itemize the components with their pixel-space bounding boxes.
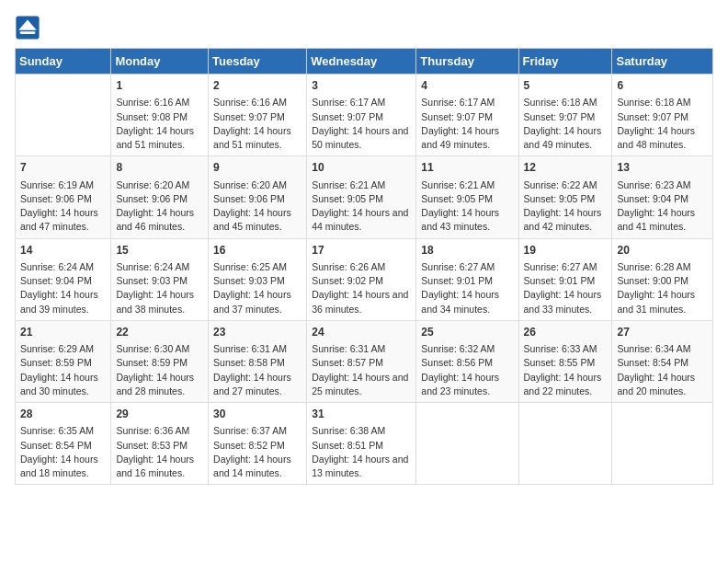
cell-sunset: Sunset: 8:54 PM bbox=[20, 439, 106, 453]
day-number: 4 bbox=[421, 78, 513, 94]
cell-sunrise: Sunrise: 6:31 AM bbox=[312, 342, 411, 356]
logo-icon bbox=[15, 15, 40, 40]
day-number: 3 bbox=[312, 78, 411, 94]
cell-daylight: Daylight: 14 hours and 47 minutes. bbox=[20, 206, 106, 234]
cell-sunrise: Sunrise: 6:33 AM bbox=[524, 342, 608, 356]
cell-daylight: Daylight: 14 hours and 14 minutes. bbox=[213, 453, 301, 480]
calendar-cell: 7Sunrise: 6:19 AMSunset: 9:06 PMDaylight… bbox=[16, 156, 111, 238]
calendar-week-row: 28Sunrise: 6:35 AMSunset: 8:54 PMDayligh… bbox=[16, 403, 713, 485]
cell-daylight: Daylight: 14 hours and 39 minutes. bbox=[20, 288, 106, 316]
cell-daylight: Daylight: 14 hours and 50 minutes. bbox=[312, 124, 411, 152]
cell-sunset: Sunset: 9:06 PM bbox=[116, 192, 203, 206]
cell-daylight: Daylight: 14 hours and 51 minutes. bbox=[116, 124, 203, 152]
cell-sunrise: Sunrise: 6:31 AM bbox=[213, 342, 301, 356]
cell-sunrise: Sunrise: 6:20 AM bbox=[116, 178, 203, 192]
cell-sunrise: Sunrise: 6:23 AM bbox=[617, 178, 708, 192]
cell-daylight: Daylight: 14 hours and 34 minutes. bbox=[421, 288, 513, 316]
cell-sunrise: Sunrise: 6:28 AM bbox=[617, 260, 708, 274]
calendar-cell: 24Sunrise: 6:31 AMSunset: 8:57 PMDayligh… bbox=[307, 320, 416, 402]
calendar-cell: 23Sunrise: 6:31 AMSunset: 8:58 PMDayligh… bbox=[209, 320, 307, 402]
cell-sunset: Sunset: 8:58 PM bbox=[213, 356, 301, 370]
cell-sunset: Sunset: 8:59 PM bbox=[20, 356, 106, 370]
cell-daylight: Daylight: 14 hours and 18 minutes. bbox=[20, 453, 106, 480]
calendar-cell: 5Sunrise: 6:18 AMSunset: 9:07 PMDaylight… bbox=[518, 75, 612, 156]
day-number: 9 bbox=[213, 160, 301, 176]
cell-daylight: Daylight: 14 hours and 30 minutes. bbox=[20, 371, 106, 398]
cell-sunrise: Sunrise: 6:18 AM bbox=[524, 96, 608, 109]
cell-sunrise: Sunrise: 6:25 AM bbox=[213, 260, 301, 274]
cell-sunset: Sunset: 9:01 PM bbox=[421, 274, 513, 288]
cell-sunrise: Sunrise: 6:38 AM bbox=[312, 424, 411, 438]
cell-sunrise: Sunrise: 6:37 AM bbox=[213, 424, 301, 438]
cell-sunset: Sunset: 9:00 PM bbox=[617, 274, 708, 288]
cell-sunset: Sunset: 9:03 PM bbox=[116, 274, 203, 288]
cell-daylight: Daylight: 14 hours and 49 minutes. bbox=[524, 124, 608, 152]
calendar-cell bbox=[416, 403, 518, 485]
cell-sunrise: Sunrise: 6:20 AM bbox=[213, 178, 301, 192]
calendar-cell bbox=[612, 403, 713, 485]
calendar-body: 1Sunrise: 6:16 AMSunset: 9:08 PMDaylight… bbox=[16, 75, 713, 485]
calendar-cell: 16Sunrise: 6:25 AMSunset: 9:03 PMDayligh… bbox=[209, 238, 307, 320]
day-number: 29 bbox=[116, 407, 203, 422]
cell-sunset: Sunset: 8:59 PM bbox=[116, 356, 203, 370]
cell-sunrise: Sunrise: 6:34 AM bbox=[617, 342, 708, 356]
day-number: 22 bbox=[116, 325, 203, 340]
day-number: 31 bbox=[312, 407, 411, 422]
cell-sunset: Sunset: 9:04 PM bbox=[20, 274, 106, 288]
day-number: 16 bbox=[213, 243, 301, 259]
calendar-cell: 22Sunrise: 6:30 AMSunset: 8:59 PMDayligh… bbox=[111, 320, 209, 402]
calendar-cell: 3Sunrise: 6:17 AMSunset: 9:07 PMDaylight… bbox=[307, 75, 416, 156]
calendar-week-row: 21Sunrise: 6:29 AMSunset: 8:59 PMDayligh… bbox=[16, 320, 713, 402]
cell-sunrise: Sunrise: 6:22 AM bbox=[524, 178, 608, 192]
calendar-cell: 17Sunrise: 6:26 AMSunset: 9:02 PMDayligh… bbox=[307, 238, 416, 320]
day-number: 20 bbox=[617, 243, 708, 259]
calendar-cell: 21Sunrise: 6:29 AMSunset: 8:59 PMDayligh… bbox=[16, 320, 111, 402]
cell-daylight: Daylight: 14 hours and 51 minutes. bbox=[213, 124, 301, 152]
cell-sunrise: Sunrise: 6:16 AM bbox=[213, 96, 301, 109]
calendar-cell: 15Sunrise: 6:24 AMSunset: 9:03 PMDayligh… bbox=[111, 238, 209, 320]
cell-sunset: Sunset: 8:52 PM bbox=[213, 439, 301, 453]
cell-sunset: Sunset: 9:05 PM bbox=[312, 192, 411, 206]
cell-sunset: Sunset: 9:05 PM bbox=[524, 192, 608, 206]
weekday-header: Thursday bbox=[416, 49, 518, 75]
day-number: 25 bbox=[421, 325, 513, 340]
cell-sunset: Sunset: 9:02 PM bbox=[312, 274, 411, 288]
calendar-cell: 18Sunrise: 6:27 AMSunset: 9:01 PMDayligh… bbox=[416, 238, 518, 320]
cell-daylight: Daylight: 14 hours and 13 minutes. bbox=[312, 453, 411, 480]
cell-daylight: Daylight: 14 hours and 42 minutes. bbox=[524, 206, 608, 234]
weekday-header: Wednesday bbox=[307, 49, 416, 75]
cell-sunset: Sunset: 9:07 PM bbox=[213, 110, 301, 124]
cell-sunrise: Sunrise: 6:18 AM bbox=[617, 96, 708, 109]
cell-daylight: Daylight: 14 hours and 41 minutes. bbox=[617, 206, 708, 234]
day-number: 13 bbox=[617, 160, 708, 176]
calendar-cell: 2Sunrise: 6:16 AMSunset: 9:07 PMDaylight… bbox=[209, 75, 307, 156]
cell-sunrise: Sunrise: 6:26 AM bbox=[312, 260, 411, 274]
calendar-cell: 25Sunrise: 6:32 AMSunset: 8:56 PMDayligh… bbox=[416, 320, 518, 402]
cell-daylight: Daylight: 14 hours and 45 minutes. bbox=[213, 206, 301, 234]
cell-sunrise: Sunrise: 6:24 AM bbox=[20, 260, 106, 274]
day-number: 6 bbox=[617, 78, 708, 94]
day-number: 23 bbox=[213, 325, 301, 340]
calendar-week-row: 1Sunrise: 6:16 AMSunset: 9:08 PMDaylight… bbox=[16, 75, 713, 156]
day-number: 12 bbox=[524, 160, 608, 176]
cell-sunset: Sunset: 9:06 PM bbox=[20, 192, 106, 206]
calendar-header-row: SundayMondayTuesdayWednesdayThursdayFrid… bbox=[16, 49, 713, 75]
day-number: 30 bbox=[213, 407, 301, 422]
weekday-header: Sunday bbox=[16, 49, 111, 75]
cell-daylight: Daylight: 14 hours and 23 minutes. bbox=[421, 371, 513, 398]
calendar-cell: 8Sunrise: 6:20 AMSunset: 9:06 PMDaylight… bbox=[111, 156, 209, 238]
cell-sunrise: Sunrise: 6:21 AM bbox=[312, 178, 411, 192]
day-number: 14 bbox=[20, 243, 106, 259]
header bbox=[15, 15, 713, 40]
calendar-cell: 11Sunrise: 6:21 AMSunset: 9:05 PMDayligh… bbox=[416, 156, 518, 238]
cell-sunset: Sunset: 9:03 PM bbox=[213, 274, 301, 288]
day-number: 17 bbox=[312, 243, 411, 259]
day-number: 8 bbox=[116, 160, 203, 176]
cell-sunset: Sunset: 9:08 PM bbox=[116, 110, 203, 124]
cell-sunrise: Sunrise: 6:24 AM bbox=[116, 260, 203, 274]
cell-daylight: Daylight: 14 hours and 48 minutes. bbox=[617, 124, 708, 152]
calendar-cell: 10Sunrise: 6:21 AMSunset: 9:05 PMDayligh… bbox=[307, 156, 416, 238]
day-number: 27 bbox=[617, 325, 708, 340]
cell-daylight: Daylight: 14 hours and 28 minutes. bbox=[116, 371, 203, 398]
day-number: 28 bbox=[20, 407, 106, 422]
